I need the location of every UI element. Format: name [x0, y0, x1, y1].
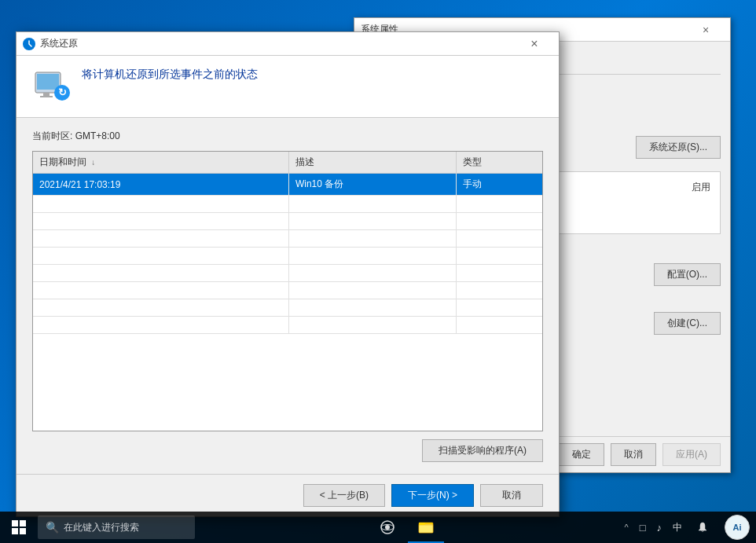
tray-brand[interactable]: Ai — [718, 515, 756, 540]
cell-empty-type — [456, 248, 542, 265]
cell-desc: Win10 备份 — [288, 174, 456, 196]
table-row-empty — [33, 317, 542, 334]
ok-button[interactable]: 确定 — [559, 443, 604, 466]
system-restore-button[interactable]: 系统还原(S)... — [636, 136, 721, 159]
restore-body: 当前时区: GMT+8:00 日期和时间 ↓ 描述 类型 — [17, 118, 559, 474]
restore-close-button[interactable]: × — [516, 32, 552, 56]
scan-btn[interactable]: 扫描受影响的程序(A) — [422, 439, 543, 462]
desktop: 系统属性 × 远程 → — [0, 0, 756, 543]
volume-icon: ♪ — [657, 522, 662, 534]
table-row-empty — [33, 248, 542, 265]
cell-empty-datetime — [33, 230, 288, 248]
tray-chevron[interactable]: ^ — [619, 512, 633, 543]
cell-empty-type — [456, 317, 542, 334]
sort-arrow: ↓ — [91, 158, 95, 167]
tray-network[interactable]: □ — [635, 512, 651, 543]
table-row-empty — [33, 299, 542, 317]
search-icon: 🔍 — [46, 521, 59, 534]
svg-point-14 — [385, 525, 390, 530]
tray-language[interactable]: 中 — [668, 512, 687, 543]
restore-header-title: 将计算机还原到所选事件之前的状态 — [82, 68, 543, 82]
table-row-empty — [33, 196, 542, 213]
col-desc[interactable]: 描述 — [288, 152, 456, 174]
table-row[interactable]: 2021/4/21 17:03:19Win10 备份手动 — [33, 174, 542, 196]
task-view-button[interactable] — [370, 512, 405, 543]
taskbar-search[interactable]: 🔍 在此键入进行搜索 — [38, 515, 195, 539]
cell-empty-desc — [288, 317, 456, 334]
restore-title: 系统还原 — [40, 37, 78, 50]
restore-icon — [23, 38, 35, 50]
network-icon: □ — [640, 522, 646, 534]
table-row-empty — [33, 213, 542, 230]
cell-empty-datetime — [33, 265, 288, 282]
svg-rect-10 — [40, 96, 53, 97]
restore-header-icon: ↻ — [32, 68, 70, 105]
cell-empty-datetime — [33, 317, 288, 334]
cell-empty-desc — [288, 196, 456, 213]
cell-empty-type — [456, 196, 542, 213]
col-datetime[interactable]: 日期和时间 ↓ — [33, 152, 288, 174]
svg-rect-9 — [43, 93, 50, 96]
scan-btn-row: 扫描受影响的程序(A) — [32, 439, 543, 462]
table-row-empty — [33, 230, 542, 248]
cell-type: 手动 — [456, 174, 542, 196]
restore-table: 日期和时间 ↓ 描述 类型 2021/4/21 17:03:19Win10 备份… — [33, 152, 542, 334]
search-placeholder-text: 在此键入进行搜索 — [64, 521, 139, 534]
tray-arrow-icon: ^ — [624, 523, 628, 532]
table-row-empty — [33, 265, 542, 282]
cell-empty-type — [456, 265, 542, 282]
restore-titlebar: 系统还原 × — [17, 32, 559, 56]
restore-timezone: 当前时区: GMT+8:00 — [32, 130, 543, 143]
restore-footer: < 上一步(B) 下一步(N) > 取消 — [17, 474, 559, 516]
cell-empty-type — [456, 299, 542, 317]
restore-table-container: 日期和时间 ↓ 描述 类型 2021/4/21 17:03:19Win10 备份… — [32, 151, 543, 431]
system-props-close-button[interactable]: × — [688, 18, 724, 42]
protection-status: 启用 — [692, 181, 710, 194]
start-button[interactable] — [0, 512, 38, 543]
cancel-footer-button[interactable]: 取消 — [480, 484, 543, 507]
cell-empty-datetime — [33, 196, 288, 213]
notify-button[interactable] — [688, 512, 717, 543]
cell-empty-datetime — [33, 299, 288, 317]
svg-rect-17 — [419, 524, 433, 533]
config-button[interactable]: 配置(O)... — [654, 263, 721, 286]
table-row-empty — [33, 282, 542, 299]
cell-empty-desc — [288, 230, 456, 248]
table-header-row: 日期和时间 ↓ 描述 类型 — [33, 152, 542, 174]
cell-empty-desc — [288, 299, 456, 317]
cell-empty-type — [456, 213, 542, 230]
cell-empty-type — [456, 230, 542, 248]
tray-volume[interactable]: ♪ — [652, 512, 667, 543]
cell-empty-type — [456, 282, 542, 299]
taskbar: 🔍 在此键入进行搜索 — [0, 512, 756, 543]
svg-rect-8 — [37, 74, 59, 90]
restore-header-text: 将计算机还原到所选事件之前的状态 — [82, 68, 543, 86]
restore-titlebar-left: 系统还原 — [23, 37, 78, 50]
cancel-button[interactable]: 取消 — [611, 443, 656, 466]
apply-button[interactable]: 应用(A) — [662, 443, 721, 466]
svg-text:↻: ↻ — [58, 86, 67, 98]
cell-empty-datetime — [33, 213, 288, 230]
brand-logo: Ai — [725, 515, 750, 540]
next-button[interactable]: 下一步(N) > — [391, 484, 474, 507]
cell-empty-desc — [288, 282, 456, 299]
file-explorer-button[interactable] — [408, 512, 444, 543]
cell-empty-datetime — [33, 248, 288, 265]
create-button[interactable]: 创建(C)... — [654, 312, 721, 335]
svg-rect-18 — [419, 523, 425, 525]
taskbar-right: ^ □ ♪ 中 Ai — [619, 512, 756, 543]
col-type[interactable]: 类型 — [456, 152, 542, 174]
windows-logo — [12, 520, 26, 534]
cell-empty-desc — [288, 213, 456, 230]
cell-datetime: 2021/4/21 17:03:19 — [33, 174, 288, 196]
cell-empty-desc — [288, 265, 456, 282]
prev-button[interactable]: < 上一步(B) — [303, 484, 385, 507]
cell-empty-datetime — [33, 282, 288, 299]
taskbar-left: 🔍 在此键入进行搜索 — [0, 512, 195, 543]
cell-empty-desc — [288, 248, 456, 265]
restore-header: ↻ 将计算机还原到所选事件之前的状态 — [17, 56, 559, 118]
brand-logo-text: Ai — [733, 523, 742, 532]
language-text: 中 — [673, 521, 682, 534]
restore-table-body[interactable]: 2021/4/21 17:03:19Win10 备份手动 — [33, 174, 542, 334]
taskbar-center — [370, 512, 444, 543]
